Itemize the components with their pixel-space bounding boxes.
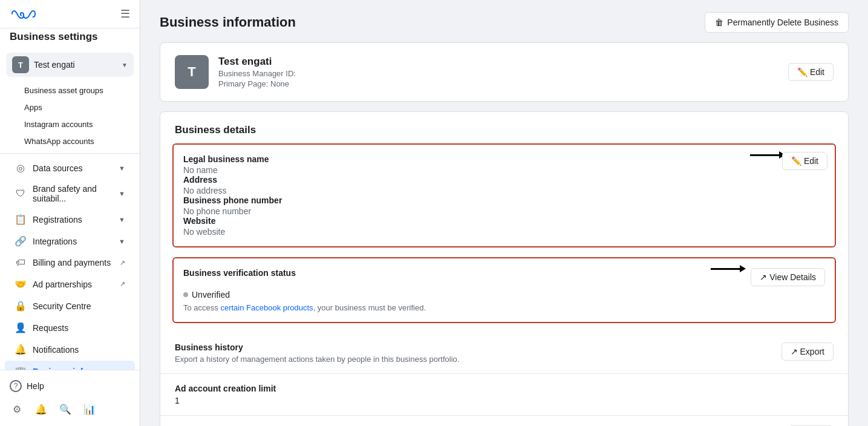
sidebar-item-security-centre[interactable]: 🔒 Security Centre [5, 295, 135, 316]
shield-icon: 🛡 [15, 188, 27, 199]
business-identity-edit-button[interactable]: ✏️ Edit [788, 63, 834, 81]
permanently-delete-button[interactable]: 🗑 Permanently Delete Business [705, 12, 849, 33]
sidebar-item-notifications[interactable]: 🔔 Notifications [5, 339, 135, 360]
bell-icon: 🔔 [15, 344, 27, 355]
sidebar-header: ☰ [0, 0, 140, 28]
facebook-products-link[interactable]: certain Facebook products [220, 303, 313, 312]
business-details-section: Business details ✏️ Edit Legal business … [160, 111, 849, 426]
primary-location-row: Primary business location ℹ No primary b… [160, 415, 848, 426]
history-info: Business history Export a history of man… [175, 342, 459, 364]
business-manager-id: Business Manager ID: [218, 69, 778, 78]
ad-partnerships-icon: 🤝 [15, 278, 27, 290]
business-history-row: Business history Export a history of man… [160, 333, 848, 373]
sidebar-item-instagram-accounts[interactable]: Instagram accounts [5, 116, 135, 133]
status-dot [183, 292, 188, 297]
help-item[interactable]: ? Help [0, 375, 140, 397]
verification-status-row: Unverified [183, 290, 825, 300]
chevron-right-icon-4: ▼ [119, 238, 125, 245]
business-primary-page: Primary Page: None [218, 79, 778, 88]
sidebar-item-business-info[interactable]: 🏢 Business info [5, 361, 135, 370]
columns-icon-btn[interactable]: 📊 [80, 399, 99, 419]
sidebar-item-registrations[interactable]: 📋 Registrations ▼ [5, 209, 135, 230]
notifications-icon-btn[interactable]: 🔔 [31, 399, 51, 419]
arrow-indicator [750, 154, 780, 156]
chevron-right-icon: ▼ [119, 165, 125, 172]
sidebar-item-brand-safety[interactable]: 🛡 Brand safety and suitabil... ▼ [5, 179, 135, 208]
details-edit-button[interactable]: ✏️ Edit [782, 152, 827, 170]
export-icon: ↗ [791, 347, 798, 356]
sidebar-item-integrations[interactable]: 🔗 Integrations ▼ [5, 231, 135, 252]
ad-account-limit-row: Ad account creation limit 1 [160, 373, 848, 415]
sidebar-item-apps[interactable]: Apps [5, 99, 135, 116]
business-details-title: Business details [160, 112, 848, 143]
integrations-icon: 🔗 [15, 235, 27, 247]
verification-header: Business verification status ↗ View Deta… [183, 268, 825, 286]
export-button[interactable]: ↗ Export [782, 342, 834, 361]
trash-icon: 🗑 [715, 18, 723, 27]
avatar: T [12, 56, 29, 73]
external-icon-3: ↗ [760, 272, 767, 282]
settings-icon-btn[interactable]: ⚙ [7, 399, 27, 419]
chevron-right-icon-3: ▼ [119, 216, 125, 223]
sidebar-item-billing-payments[interactable]: 🏷 Billing and payments ↗ [5, 252, 135, 273]
view-details-button[interactable]: ↗ View Details [751, 268, 825, 286]
page-title: Business information [160, 15, 296, 30]
sidebar-item-business-asset-groups[interactable]: Business asset groups [5, 82, 135, 99]
nav-divider [0, 153, 140, 154]
sidebar-nav: Business asset groups Apps Instagram acc… [0, 82, 140, 370]
account-switcher[interactable]: T Test engati ▼ [6, 53, 134, 77]
business-name: Test engati [218, 56, 778, 68]
field-phone: Business phone number No phone number [183, 195, 825, 216]
field-website: Website No website [183, 216, 825, 237]
legal-details-box: ✏️ Edit Legal business name No name Addr… [172, 143, 836, 247]
sidebar-item-data-sources[interactable]: ◎ Data sources ▼ [5, 157, 135, 179]
search-icon-btn[interactable]: 🔍 [56, 399, 75, 419]
chevron-down-icon: ▼ [122, 62, 128, 68]
sidebar-item-requests[interactable]: 👤 Requests [5, 317, 135, 338]
footer-icons-bar: ⚙ 🔔 🔍 📊 [0, 397, 140, 421]
external-link-icon-2: ↗ [120, 280, 125, 288]
sidebar-item-ad-partnerships[interactable]: 🤝 Ad partnerships ↗ [5, 274, 135, 295]
data-sources-icon: ◎ [15, 162, 27, 174]
building-icon: 🏢 [15, 365, 27, 370]
account-name: Test engati [34, 60, 117, 70]
requests-icon: 👤 [15, 322, 27, 333]
question-icon: ? [10, 380, 22, 392]
hamburger-icon[interactable]: ☰ [120, 7, 130, 21]
chevron-right-icon-2: ▼ [119, 190, 125, 197]
verification-arrow-indicator [711, 268, 741, 270]
pencil-icon: ✏️ [797, 67, 808, 77]
verification-box: Business verification status ↗ View Deta… [172, 257, 836, 323]
field-address: Address No address [183, 175, 825, 195]
external-link-icon: ↗ [120, 259, 125, 267]
business-identity-card: T Test engati Business Manager ID: Prima… [160, 42, 849, 102]
sidebar-footer: ? Help ⚙ 🔔 🔍 📊 [0, 370, 140, 426]
security-icon: 🔒 [15, 300, 27, 312]
status-badge: Unverified [192, 290, 230, 300]
help-label: Help [27, 381, 44, 391]
field-legal-name: Legal business name No name [183, 154, 825, 175]
verification-note: To access certain Facebook products, you… [183, 303, 825, 312]
registrations-icon: 📋 [15, 214, 27, 225]
main-content: Business information 🗑 Permanently Delet… [140, 0, 868, 426]
page-header: Business information 🗑 Permanently Delet… [140, 0, 868, 42]
meta-logo [10, 8, 39, 20]
sidebar-title: Business settings [0, 28, 140, 48]
business-avatar: T [175, 55, 209, 89]
billing-icon: 🏷 [15, 257, 27, 268]
sidebar: ☰ Business settings T Test engati ▼ Busi… [0, 0, 140, 426]
sidebar-item-whatsapp-accounts[interactable]: WhatsApp accounts [5, 133, 135, 149]
business-info-text: Test engati Business Manager ID: Primary… [218, 56, 778, 88]
pencil-icon-2: ✏️ [791, 156, 801, 166]
main-body: T Test engati Business Manager ID: Prima… [140, 42, 868, 426]
